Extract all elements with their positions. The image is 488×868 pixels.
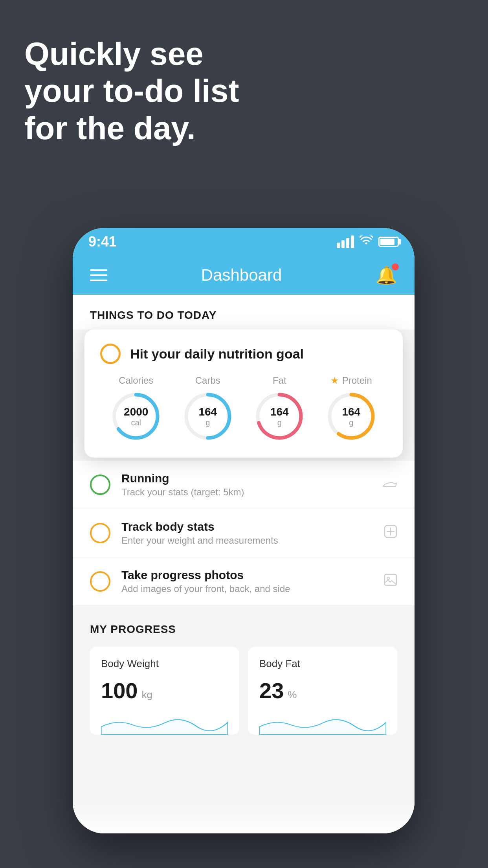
col-label: Carbs [195,375,220,386]
progress-card-0[interactable]: Body Weight 100 kg [90,647,239,735]
progress-section: MY PROGRESS Body Weight 100 kg Body Fat … [73,606,415,747]
progress-unit: kg [141,689,152,701]
nutrition-col-protein: ★ Protein 164 g [326,375,377,442]
col-label: Protein [342,375,372,386]
notification-bell[interactable]: 🔔 [376,265,397,285]
col-label-row: Carbs [195,375,220,386]
donut-value: 164 [270,406,289,418]
status-time: 9:41 [88,234,117,250]
nutrition-col-calories: Calories 2000 cal [110,375,161,442]
status-bar: 9:41 [73,228,415,256]
donut-value: 164 [342,406,360,418]
section-header: THINGS TO DO TODAY [73,295,415,329]
headline-line3: for the day. [24,110,239,147]
progress-card-title: Body Weight [101,658,228,670]
phone-mockup: 9:41 Dashboard 🔔 [73,228,415,833]
progress-value-row: 100 kg [101,678,228,703]
progress-unit: % [288,689,297,701]
headline-line1: Quickly see [24,35,239,72]
status-icons [337,235,399,248]
star-icon: ★ [330,375,339,386]
header-title: Dashboard [201,266,282,285]
nutrition-col-fat: Fat 164 g [254,375,305,442]
app-header: Dashboard 🔔 [73,256,415,295]
todo-action-icon [384,573,397,590]
progress-card-1[interactable]: Body Fat 23 % [248,647,397,735]
todo-label: Take progress photos [121,568,373,582]
donut-center: 164 g [198,406,217,427]
donut-center: 2000 cal [124,406,148,427]
todo-text: Running Track your stats (target: 5km) [121,472,371,498]
progress-card-title: Body Fat [259,658,386,670]
todo-item-1[interactable]: Track body stats Enter your weight and m… [73,509,415,557]
todo-list: Running Track your stats (target: 5km) T… [73,461,415,606]
nutrition-col-carbs: Carbs 164 g [182,375,233,442]
wifi-icon [360,235,373,248]
signal-icon [337,235,354,248]
progress-value-row: 23 % [259,678,386,703]
nutrition-card-title: Hit your daily nutrition goal [130,346,304,362]
todo-action-icon [384,525,397,542]
donut-value: 2000 [124,406,148,418]
todo-label: Track body stats [121,520,373,533]
col-label-row: Fat [273,375,286,386]
todo-text: Take progress photos Add images of your … [121,568,373,594]
battery-icon [378,237,399,247]
todo-sublabel: Add images of your front, back, and side [121,583,373,594]
todo-check-circle [90,474,110,495]
donut-chart-calories: 2000 cal [110,391,161,442]
bottom-fade [73,802,415,833]
donut-chart-fat: 164 g [254,391,305,442]
phone-content: THINGS TO DO TODAY Hit your daily nutrit… [73,295,415,833]
notification-badge [392,263,399,270]
todo-check-circle [90,571,110,592]
todo-check-circle [90,523,110,543]
todo-action-icon [382,476,397,493]
todo-sublabel: Track your stats (target: 5km) [121,487,371,498]
wave-chart [101,711,228,735]
card-header-row: Hit your daily nutrition goal [100,344,387,364]
donut-unit: cal [124,418,148,427]
donut-unit: g [270,418,289,427]
donut-unit: g [198,418,217,427]
progress-main-value: 23 [259,678,284,703]
donut-unit: g [342,418,360,427]
col-label-row: ★ Protein [330,375,372,386]
todo-item-0[interactable]: Running Track your stats (target: 5km) [73,461,415,509]
section-title: THINGS TO DO TODAY [90,309,216,321]
col-label: Calories [119,375,153,386]
donut-center: 164 g [270,406,289,427]
headline-line2: your to-do list [24,72,239,109]
todo-circle-nutrition [100,344,121,364]
menu-button[interactable] [90,269,107,281]
svg-rect-9 [385,574,396,585]
todo-sublabel: Enter your weight and measurements [121,535,373,546]
progress-title: MY PROGRESS [90,623,397,636]
progress-main-value: 100 [101,678,138,703]
progress-cards: Body Weight 100 kg Body Fat 23 % [90,647,397,735]
wave-chart [259,711,386,735]
headline: Quickly see your to-do list for the day. [24,35,239,147]
col-label-row: Calories [119,375,153,386]
todo-label: Running [121,472,371,485]
donut-chart-carbs: 164 g [182,391,233,442]
nutrition-card[interactable]: Hit your daily nutrition goal Calories 2… [84,329,403,458]
svg-point-10 [387,577,389,579]
donut-center: 164 g [342,406,360,427]
todo-item-2[interactable]: Take progress photos Add images of your … [73,557,415,606]
donut-chart-protein: 164 g [326,391,377,442]
col-label: Fat [273,375,286,386]
nutrition-columns: Calories 2000 cal Carbs 164 g [100,375,387,442]
todo-text: Track body stats Enter your weight and m… [121,520,373,546]
donut-value: 164 [198,406,217,418]
